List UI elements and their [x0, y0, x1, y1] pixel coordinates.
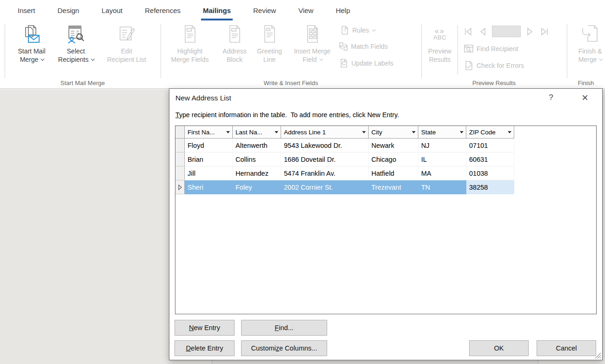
start-mail-merge-icon — [21, 23, 42, 46]
tab-design[interactable]: Design — [47, 0, 91, 20]
tab-mailings[interactable]: Mailings — [192, 0, 242, 20]
cell-first-name[interactable]: Sheri — [185, 180, 233, 194]
column-header-last-name[interactable]: Last Na... — [233, 126, 281, 139]
recipient-row[interactable]: JillHernandez5474 Franklin Av.HatfieldMA… — [175, 166, 596, 180]
new-entry-button[interactable]: New Entry — [175, 320, 235, 336]
select-recipients-button[interactable]: Select Recipients — [53, 23, 99, 64]
column-header-first-name[interactable]: First Na... — [185, 126, 233, 139]
find-button[interactable]: Find... — [241, 320, 327, 336]
recipient-row[interactable]: FloydAltenwerth9543 Lakewood Dr.NewarkNJ… — [175, 139, 596, 152]
row-selector[interactable] — [175, 139, 185, 152]
column-header-state[interactable]: State — [418, 126, 466, 139]
column-header-address[interactable]: Address Line 1 — [281, 126, 369, 139]
button-label: Line — [263, 55, 276, 64]
column-dropdown-icon[interactable] — [508, 131, 511, 133]
cell-state[interactable]: MA — [418, 166, 466, 180]
delete-entry-button[interactable]: Delete Entry — [175, 340, 235, 356]
cell-zip[interactable]: 38258 — [466, 180, 514, 194]
column-header-city[interactable]: City — [369, 126, 418, 139]
cell-address[interactable]: 5474 Franklin Av. — [281, 166, 369, 180]
button-label: Merge — [578, 55, 597, 64]
column-dropdown-icon[interactable] — [412, 131, 416, 133]
button-label: Preview — [428, 47, 451, 55]
tab-layout[interactable]: Layout — [90, 0, 134, 20]
group-divider — [5, 24, 5, 78]
tab-references[interactable]: References — [134, 0, 192, 20]
button-label: Greeting — [257, 47, 282, 55]
previous-record-icon — [477, 26, 488, 37]
svg-text:?: ? — [343, 27, 346, 33]
greeting-line-icon — [259, 23, 280, 46]
cell-first-name[interactable]: Floyd — [185, 139, 233, 152]
button-label: Field — [302, 55, 316, 64]
resize-grip[interactable] — [595, 352, 601, 359]
row-selector-header — [175, 126, 185, 139]
button-label: Address — [222, 47, 246, 55]
preview-results-icon: «» ABC — [433, 23, 446, 46]
column-dropdown-icon[interactable] — [362, 131, 366, 133]
cell-city[interactable]: Chicago — [369, 152, 418, 166]
cell-city[interactable]: Hatfield — [369, 166, 418, 180]
button-label: Start Mail — [18, 47, 45, 55]
tab-insert[interactable]: Insert — [7, 0, 47, 20]
group-label-preview-results: Preview Results — [421, 79, 567, 86]
cell-first-name[interactable]: Jill — [185, 166, 233, 180]
column-header-zip[interactable]: ZIP Code — [466, 126, 514, 139]
row-selector[interactable] — [175, 180, 185, 194]
button-label: Highlight — [177, 47, 202, 55]
insert-merge-field-button: Insert Merge Field — [287, 23, 337, 64]
grid-header-row: First Na...Last Na...Address Line 1CityS… — [175, 126, 596, 139]
dialog-help-button[interactable]: ? — [543, 90, 559, 106]
cell-state[interactable]: NJ — [418, 139, 466, 152]
start-mail-merge-button[interactable]: Start Mail Merge — [10, 23, 53, 64]
record-navigator — [463, 26, 550, 37]
column-dropdown-icon[interactable] — [460, 131, 464, 133]
highlight-merge-fields-button: Highlight Merge Fields — [163, 23, 217, 64]
cell-last-name[interactable]: Foley — [233, 180, 281, 194]
dialog-close-button[interactable]: × — [577, 90, 593, 106]
column-dropdown-icon[interactable] — [226, 131, 230, 133]
cell-zip[interactable]: 01038 — [466, 166, 514, 180]
ribbon-tabs: InsertDesignLayoutReferencesMailingsRevi… — [0, 0, 605, 20]
cell-address[interactable]: 9543 Lakewood Dr. — [281, 139, 369, 152]
cell-state[interactable]: TN — [418, 180, 466, 194]
rules-button: ? Rules — [340, 26, 375, 35]
recipient-row[interactable]: BrianCollins1686 Dovetail Dr.ChicagoIL60… — [175, 152, 596, 166]
group-divider — [421, 24, 422, 78]
ok-button[interactable]: OK — [469, 340, 529, 356]
cancel-button[interactable]: Cancel — [537, 340, 596, 356]
group-label-write-insert-fields: Write & Insert Fields — [161, 79, 421, 86]
button-label: Finish & — [578, 47, 602, 55]
tab-help[interactable]: Help — [324, 0, 361, 20]
recipient-grid: First Na...Last Na...Address Line 1CityS… — [175, 126, 597, 314]
button-label: Match Fields — [351, 43, 388, 50]
column-dropdown-icon[interactable] — [275, 131, 278, 133]
row-selector[interactable] — [175, 166, 185, 180]
group-divider — [161, 24, 161, 78]
first-record-icon — [463, 26, 473, 37]
go-to-record-input — [492, 26, 521, 37]
cell-city[interactable]: Trezevant — [369, 180, 418, 194]
button-label: Rules — [352, 26, 369, 34]
recipient-row[interactable]: SheriFoley2002 Cornier St.TrezevantTN382… — [175, 180, 596, 194]
cell-last-name[interactable]: Collins — [233, 152, 281, 166]
group-divider — [567, 24, 567, 78]
chevron-down-icon — [599, 57, 603, 60]
cell-last-name[interactable]: Hernandez — [233, 166, 281, 180]
cell-zip[interactable]: 60631 — [466, 152, 514, 166]
cell-city[interactable]: Newark — [369, 139, 418, 152]
button-label: Merge — [20, 55, 39, 64]
button-label: Check for Errors — [477, 62, 524, 69]
find-recipient-icon — [464, 44, 474, 54]
customize-columns-button[interactable]: Customize Columns... — [241, 340, 327, 356]
cell-zip[interactable]: 07101 — [466, 139, 514, 152]
cell-address[interactable]: 1686 Dovetail Dr. — [281, 152, 369, 166]
row-selector[interactable] — [175, 152, 185, 166]
tab-review[interactable]: Review — [242, 0, 287, 20]
button-label: Find Recipient — [477, 45, 518, 53]
cell-first-name[interactable]: Brian — [185, 152, 233, 166]
cell-state[interactable]: IL — [418, 152, 466, 166]
tab-view[interactable]: View — [287, 0, 324, 20]
cell-address[interactable]: 2002 Cornier St. — [281, 180, 369, 194]
cell-last-name[interactable]: Altenwerth — [233, 139, 281, 152]
